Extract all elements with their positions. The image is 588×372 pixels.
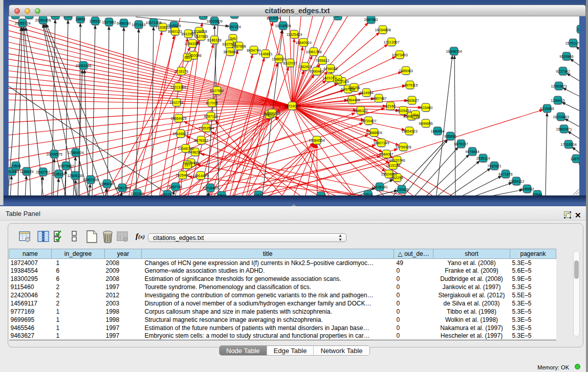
svg-text:16648764: 16648764 <box>446 50 462 53</box>
svg-text:17359924: 17359924 <box>68 151 83 155</box>
svg-text:16154808: 16154808 <box>375 28 390 32</box>
svg-text:7485063: 7485063 <box>399 69 412 73</box>
svg-text:935892: 935892 <box>444 135 456 138</box>
svg-text:19756928: 19756928 <box>395 145 411 149</box>
svg-text:1362615: 1362615 <box>298 65 312 69</box>
svg-text:989: 989 <box>184 56 190 59</box>
svg-text:12213369: 12213369 <box>170 85 186 89</box>
svg-text:62160: 62160 <box>385 104 396 108</box>
svg-text:10671355: 10671355 <box>145 21 161 25</box>
svg-text:1071915: 1071915 <box>132 23 145 27</box>
svg-text:10046736: 10046736 <box>178 147 193 150</box>
svg-text:12213967: 12213967 <box>383 40 399 44</box>
svg-text:8267110: 8267110 <box>204 115 218 118</box>
svg-text:7163822: 7163822 <box>156 26 169 29</box>
svg-text:1527602: 1527602 <box>102 20 116 24</box>
svg-text:13524851: 13524851 <box>381 172 397 176</box>
svg-text:10347: 10347 <box>63 14 73 18</box>
svg-text:12093873: 12093873 <box>551 84 567 88</box>
svg-text:17016504: 17016504 <box>560 143 576 146</box>
svg-text:9699695: 9699695 <box>419 122 432 125</box>
svg-text:18807249: 18807249 <box>373 141 389 145</box>
svg-text:8215955: 8215955 <box>540 107 554 111</box>
svg-text:17957255: 17957255 <box>82 178 98 182</box>
svg-text:18724007: 18724007 <box>284 104 300 108</box>
svg-text:9857791: 9857791 <box>168 185 182 189</box>
svg-text:991546: 991546 <box>6 170 17 173</box>
svg-text:21364436: 21364436 <box>344 98 360 102</box>
svg-text:105532: 105532 <box>89 19 101 23</box>
svg-text:8678332: 8678332 <box>194 139 208 142</box>
svg-text:18839: 18839 <box>50 14 60 17</box>
svg-text:2867608: 2867608 <box>232 45 246 48</box>
svg-text:16033809: 16033809 <box>206 19 222 23</box>
svg-text:2087682: 2087682 <box>364 18 378 21</box>
svg-text:7986322: 7986322 <box>354 109 367 113</box>
svg-text:157: 157 <box>184 163 190 167</box>
svg-text:8322037: 8322037 <box>283 61 297 65</box>
svg-text:18853: 18853 <box>75 17 85 21</box>
svg-text:6879197: 6879197 <box>454 142 468 146</box>
svg-text:7625402: 7625402 <box>176 173 189 177</box>
svg-text:2935114: 2935114 <box>476 157 490 160</box>
svg-text:904: 904 <box>412 113 419 117</box>
svg-text:15720407: 15720407 <box>360 119 376 123</box>
svg-text:1145194: 1145194 <box>52 172 66 176</box>
svg-text:1806: 1806 <box>11 13 19 17</box>
svg-text:9463627: 9463627 <box>405 99 419 102</box>
svg-text:19965: 19965 <box>24 13 34 17</box>
svg-text:10688609: 10688609 <box>366 131 382 135</box>
svg-text:1733426: 1733426 <box>395 188 408 191</box>
svg-text:10543382: 10543382 <box>184 42 200 46</box>
svg-text:18640910: 18640910 <box>295 41 311 45</box>
svg-text:10654112: 10654112 <box>509 180 525 183</box>
svg-text:18300295: 18300295 <box>264 112 280 115</box>
svg-text:1910754: 1910754 <box>169 101 183 104</box>
svg-text:9115460: 9115460 <box>419 106 433 110</box>
svg-text:20053346: 20053346 <box>75 64 91 68</box>
svg-text:1640954: 1640954 <box>430 129 444 133</box>
svg-text:7955812: 7955812 <box>315 59 329 62</box>
svg-text:23506: 23506 <box>11 164 21 168</box>
svg-text:20055724: 20055724 <box>14 21 30 25</box>
svg-text:7357224: 7357224 <box>227 25 241 29</box>
svg-text:3498222: 3498222 <box>188 150 202 154</box>
svg-text:1615132: 1615132 <box>386 164 400 167</box>
svg-text:8660123: 8660123 <box>168 30 182 33</box>
svg-text:9474444: 9474444 <box>465 150 479 154</box>
svg-text:9227342: 9227342 <box>556 70 570 73</box>
svg-text:19654923: 19654923 <box>401 129 417 133</box>
svg-text:6794028: 6794028 <box>323 67 337 71</box>
svg-text:9529966: 9529966 <box>559 55 573 58</box>
svg-text:10975667: 10975667 <box>58 164 74 168</box>
svg-text:6466160: 6466160 <box>117 21 130 25</box>
svg-text:9245652: 9245652 <box>520 187 534 191</box>
svg-text:1156829: 1156829 <box>20 170 34 173</box>
svg-text:13226058: 13226058 <box>191 30 207 33</box>
svg-text:12975115: 12975115 <box>402 83 418 87</box>
svg-text:8454749: 8454749 <box>247 49 260 52</box>
svg-text:16120746: 16120746 <box>389 159 405 162</box>
svg-text:9827505: 9827505 <box>194 35 208 38</box>
svg-text:19166827: 19166827 <box>172 132 188 136</box>
svg-text:1112: 1112 <box>577 28 585 31</box>
svg-text:2942757: 2942757 <box>36 170 50 174</box>
svg-text:8990443: 8990443 <box>310 70 323 73</box>
svg-text:16210643: 16210643 <box>553 115 569 119</box>
svg-text:9146821: 9146821 <box>258 52 272 56</box>
svg-text:546: 546 <box>230 37 236 40</box>
svg-text:3624554: 3624554 <box>359 91 373 95</box>
svg-text:9084067: 9084067 <box>379 152 393 156</box>
svg-text:19218506: 19218506 <box>275 24 291 28</box>
svg-text:7632621: 7632621 <box>487 164 501 168</box>
svg-text:8427552: 8427552 <box>210 89 224 93</box>
svg-text:16914479: 16914479 <box>192 174 208 178</box>
svg-text:16782759: 16782759 <box>114 186 130 190</box>
svg-text:10973493: 10973493 <box>391 53 407 57</box>
svg-text:417005: 417005 <box>206 101 217 105</box>
svg-text:2718176: 2718176 <box>174 70 188 73</box>
svg-text:19384554: 19384554 <box>309 139 324 142</box>
svg-text:20091406: 20091406 <box>35 18 51 22</box>
svg-text:245: 245 <box>335 78 341 81</box>
svg-text:8813054: 8813054 <box>267 16 280 20</box>
